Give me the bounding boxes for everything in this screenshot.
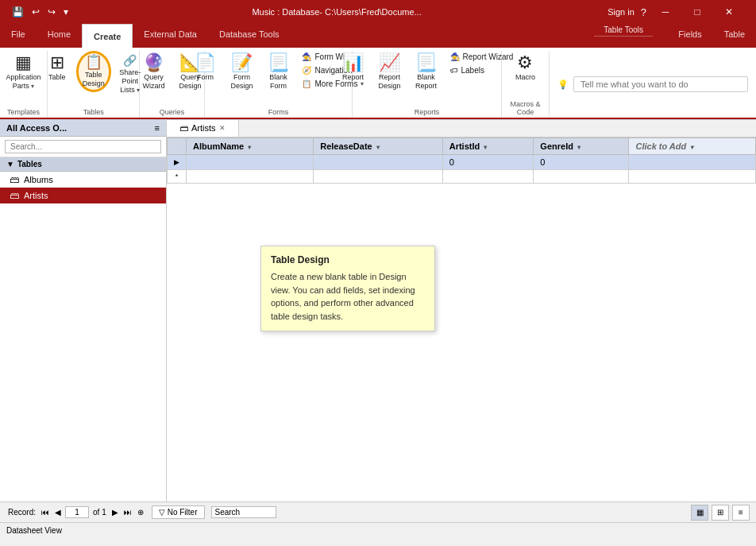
col-click-to-add[interactable]: Click to Add ▾ — [629, 138, 756, 155]
table-button[interactable]: ⊞ Table — [40, 51, 75, 84]
form-button[interactable]: 📄 Form — [187, 51, 222, 84]
cell-releasedate[interactable] — [314, 155, 442, 170]
new-row-indicator: * — [168, 170, 187, 184]
layout-view-button[interactable]: ≡ — [732, 505, 750, 521]
macros-label: Macros & Code — [507, 99, 544, 118]
record-current-input[interactable] — [65, 506, 89, 518]
no-filter-button[interactable]: ▽ No Filter — [152, 505, 205, 519]
sign-in-button[interactable]: Sign in — [608, 7, 634, 17]
close-button[interactable]: ✕ — [716, 0, 742, 24]
artistid-filter-icon[interactable]: ▾ — [484, 144, 487, 151]
forms-label: Forms — [268, 106, 289, 118]
report-design-button[interactable]: 📈 ReportDesign — [372, 51, 407, 94]
maximize-button[interactable]: □ — [685, 0, 710, 24]
qat-dropdown-icon[interactable]: ▾ — [61, 5, 71, 19]
tab-create[interactable]: Create — [82, 24, 133, 48]
col-artistid[interactable]: ArtistId ▾ — [442, 138, 534, 155]
datasheet-view-button[interactable]: ▦ — [691, 505, 708, 521]
albumname-filter-icon[interactable]: ▾ — [248, 144, 251, 151]
more-forms-icon: 📋 — [302, 79, 311, 88]
blank-report-button[interactable]: 📃 BlankReport — [409, 51, 444, 94]
redo-icon[interactable]: ↪ — [45, 5, 58, 19]
new-cell-albumname[interactable] — [187, 170, 314, 184]
save-icon[interactable]: 💾 — [10, 5, 26, 19]
form-design-label: FormDesign — [230, 73, 253, 91]
report-button[interactable]: 📊 Report — [336, 51, 371, 84]
record-next-button[interactable]: ▶ — [110, 508, 120, 517]
col-releasedate[interactable]: ReleaseDate ▾ — [314, 138, 442, 155]
genreid-filter-icon[interactable]: ▾ — [577, 144, 580, 151]
table-design-icon: 📋 — [85, 55, 102, 69]
macro-button[interactable]: ⚙ Macro — [507, 51, 542, 84]
nav-pane-header[interactable]: All Access O... ≡ — [0, 120, 166, 137]
datasheet-view-label: Datasheet View — [6, 526, 62, 535]
tables-buttons: ⊞ Table 📋 TableDesign 🔗 Share-PointLists… — [40, 51, 148, 106]
ribbon-search-area: 💡 — [550, 51, 756, 118]
table-row: ▶ 0 0 — [168, 155, 756, 170]
object-tab-artists[interactable]: 🗃 Artists ✕ — [167, 120, 239, 137]
nav-item-artists[interactable]: 🗃 Artists — [0, 188, 166, 203]
query-wizard-button[interactable]: 🔮 QueryWizard — [137, 51, 172, 94]
filter-icon: ▽ — [159, 508, 165, 517]
tooltip-title: Table Design — [271, 254, 425, 265]
releasedate-filter-icon[interactable]: ▾ — [376, 144, 380, 151]
cell-artistid[interactable]: 0 — [442, 155, 534, 170]
tooltip-popup: Table Design Create a new blank table in… — [260, 246, 435, 331]
pivot-view-button[interactable]: ⊞ — [712, 505, 729, 521]
cell-albumname[interactable] — [187, 155, 314, 170]
new-cell-genreid[interactable] — [534, 170, 629, 184]
new-cell-artistid[interactable] — [442, 170, 534, 184]
row-selector[interactable]: ▶ — [168, 155, 187, 170]
tab-file[interactable]: File — [0, 24, 37, 45]
nav-item-albums[interactable]: 🗃 Albums — [0, 172, 166, 188]
query-wizard-label: QueryWizard — [143, 73, 165, 91]
nav-search-input[interactable] — [5, 140, 161, 153]
cell-genreid[interactable]: 0 — [534, 155, 629, 170]
undo-icon[interactable]: ↩ — [29, 5, 42, 19]
click-to-add-dropdown-icon[interactable]: ▾ — [690, 144, 693, 151]
report-design-icon: 📈 — [379, 54, 400, 72]
genreid-label: GenreId — [540, 141, 573, 151]
record-first-button[interactable]: ⏮ — [40, 508, 51, 517]
content-area: 🗃 Artists ✕ AlbumName ▾ ReleaseDate — [167, 120, 756, 501]
tab-fields[interactable]: Fields — [667, 24, 712, 45]
artists-tab-icon: 🗃 — [179, 123, 188, 133]
new-cell-extra — [629, 170, 756, 184]
help-button[interactable]: ? — [641, 6, 646, 18]
artists-label: Artists — [24, 191, 48, 200]
tell-me-input[interactable] — [573, 76, 748, 92]
app-parts-label: ApplicationParts ▾ — [6, 73, 40, 91]
new-cell-releasedate[interactable] — [314, 170, 442, 184]
tab-external-data[interactable]: External Data — [133, 24, 208, 45]
minimize-button[interactable]: ─ — [653, 0, 678, 24]
record-new-button[interactable]: ⊕ — [136, 508, 145, 517]
queries-label: Queries — [160, 106, 185, 118]
report-design-label: ReportDesign — [378, 73, 400, 91]
artistid-label: ArtistId — [449, 141, 480, 151]
record-last-button[interactable]: ⏭ — [122, 508, 133, 517]
macro-label: Macro — [515, 73, 535, 81]
col-albumname[interactable]: AlbumName ▾ — [187, 138, 314, 155]
artists-tab-close[interactable]: ✕ — [219, 124, 226, 132]
form-design-button[interactable]: 📝 FormDesign — [224, 51, 259, 94]
nav-tables-header: ▼ Tables — [0, 157, 166, 172]
blank-form-button[interactable]: 📃 BlankForm — [260, 51, 295, 94]
record-prev-button[interactable]: ◀ — [53, 508, 63, 517]
table-design-button[interactable]: 📋 TableDesign — [76, 51, 111, 92]
row-selector-header — [168, 138, 187, 155]
albums-label: Albums — [24, 175, 53, 184]
col-genreid[interactable]: GenreId ▾ — [534, 138, 629, 155]
table-header-row: AlbumName ▾ ReleaseDate ▾ ArtistId ▾ G — [168, 138, 756, 155]
tab-database-tools[interactable]: Database Tools — [208, 24, 291, 45]
ribbon-group-reports: 📊 Report 📈 ReportDesign 📃 BlankReport 🧙 … — [353, 51, 502, 118]
tab-table[interactable]: Table — [713, 24, 756, 45]
record-label: Record: — [6, 508, 37, 517]
search-input[interactable] — [212, 507, 276, 517]
report-label: Report — [342, 73, 364, 81]
cell-click-to-add — [629, 155, 756, 170]
record-of-label: of 1 — [91, 508, 108, 517]
title-bar: 💾 ↩ ↪ ▾ Music : Database- C:\Users\Fred\… — [0, 0, 756, 24]
form-label: Form — [197, 73, 214, 81]
tab-home[interactable]: Home — [37, 24, 82, 45]
blank-report-label: BlankReport — [415, 73, 437, 91]
